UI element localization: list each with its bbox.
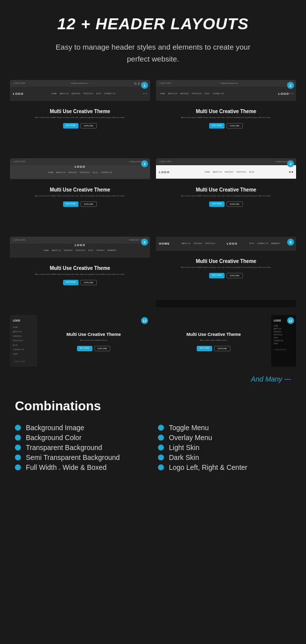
card-theme-sub-2: Acer is the most reliable theme we have …: [161, 116, 291, 119]
split-phone-12: +1 (345) 714 2813: [274, 349, 294, 351]
combo-label-light-skin: Light Skin: [169, 444, 199, 451]
card-header-inner-6: HOME ABOUT US SERVICES PORTFOLIO LOGO BL…: [159, 242, 293, 245]
split-menu-shop: SHOP: [274, 343, 294, 345]
nav-contact-5: CONTACT: [95, 250, 106, 252]
nav-contact-3: CONTACT US: [100, 172, 113, 174]
combinations-right-col: Toggle Menu Overlay Menu Light Skin Dark…: [158, 424, 291, 473]
card-icons-4: [289, 171, 293, 173]
nav-home-2: HOME: [159, 93, 166, 95]
combo-label-semi-transparent: Semi Transparent Background: [26, 453, 120, 461]
sidebar-body-13: Multi Use Creative Theme Acer is the mos…: [37, 315, 150, 367]
card-btn-explore-6[interactable]: EXPLORE: [227, 273, 243, 278]
layout-card-1[interactable]: +1 (345) 714 2813 info@yourcreativesite.…: [10, 80, 150, 150]
sidebar-menu-blog: BLOG: [13, 344, 34, 347]
combo-dot-light-skin: [158, 445, 164, 451]
card-btn-buy-3[interactable]: BUY NOW: [63, 201, 78, 207]
nav-blog-5: BLOG: [87, 250, 94, 252]
combo-item-toggle: Toggle Menu: [158, 424, 291, 432]
card-logo-4: LOGO: [159, 171, 170, 174]
split-menu-blog: BLOG: [274, 337, 294, 339]
combo-dot-semi-transparent: [15, 454, 21, 460]
card-btn-explore-13[interactable]: EXPLORE: [94, 346, 111, 351]
nav-about-4: ABOUT US: [212, 171, 223, 173]
combo-label-full-width: Full Width . Wide & Boxed: [26, 463, 107, 471]
split-menu-home: HOME: [274, 325, 294, 327]
card-topbar-3: +1 (345) 714 2813 info@yourcreativesite.…: [10, 158, 150, 165]
card-theme-title-2: Multi Use Creative Theme: [161, 109, 291, 114]
nav-members-5: MEMBERS: [106, 250, 117, 252]
combo-dot-bg-color: [15, 435, 21, 441]
card-nav-4: HOME ABOUT US SERVICES PORTFOLIO BLOG: [204, 171, 255, 173]
nav-portfolio-1: PORTFOLIO: [82, 93, 94, 95]
sidebar-menu-home: HOME: [13, 326, 34, 329]
nav-about-3: ABOUT US: [55, 172, 66, 174]
card-btn-explore-12[interactable]: EXPLORE: [214, 346, 230, 351]
grid-row-4: LOGO HOME ABOUT US SERVICES PORTFOLIO BL…: [10, 315, 296, 367]
nav-portfolio-5: PORTFOLIO: [75, 250, 86, 252]
combo-item-overlay: Overlay Menu: [158, 434, 291, 442]
card-theme-sub-4: Acer is the most reliable theme we have …: [161, 194, 291, 197]
card-theme-title-5: Multi Use Creative Theme: [15, 265, 145, 271]
combo-dot-full-width: [15, 464, 21, 470]
card-btn-buy-6[interactable]: BUY NOW: [209, 273, 225, 278]
card-topbar-phone-5: +1 (345) 714 2813: [13, 239, 25, 241]
card-topbar-2: +1 (345) 714 2813 info@yourcreativesite.…: [156, 80, 296, 87]
card-btn-explore-3[interactable]: EXPLORE: [80, 201, 97, 207]
card-btn-buy-12[interactable]: BUY NOW: [197, 346, 212, 351]
layout-card-5[interactable]: +1 (345) 714 2813 MY ACCOUNT CART ❤ LOGO…: [10, 237, 150, 307]
card-buttons-12: BUY NOW EXPLORE: [160, 346, 267, 351]
card-btn-explore-2[interactable]: EXPLORE: [227, 123, 243, 129]
nav-blog-3: BLOG: [92, 172, 99, 174]
card-theme-sub-3: Acer is the most reliable theme we have …: [15, 194, 145, 197]
card-btn-buy-1[interactable]: BUY NOW: [63, 123, 78, 129]
combo-item-light-skin: Light Skin: [158, 444, 291, 451]
combo-label-logo-pos: Logo Left, Right & Center: [169, 463, 247, 471]
card-header-inner-1: LOGO HOME ABOUT US SERVICES PORTFOLIO BL…: [13, 92, 147, 95]
combo-item-bg-color: Background Color: [15, 434, 148, 442]
layout-card-13[interactable]: LOGO HOME ABOUT US SERVICES PORTFOLIO BL…: [10, 315, 150, 367]
card-header-4: LOGO HOME ABOUT US SERVICES PORTFOLIO BL…: [156, 165, 296, 179]
layout-card-12[interactable]: Multi Use Creative Theme Acer is the mos…: [156, 315, 296, 367]
card-logo-center-6: LOGO: [227, 242, 238, 245]
nav-contact-2: CONTACT US: [212, 93, 225, 95]
card-buttons-2: BUY NOW EXPLORE: [161, 123, 291, 129]
header-section: 12 + HEADER LAYOUTS Easy to manage heade…: [10, 15, 296, 65]
card-btn-buy-4[interactable]: BUY NOW: [209, 201, 225, 207]
card-btn-explore-4[interactable]: EXPLORE: [227, 201, 243, 207]
layout-card-4[interactable]: +1 (345) 714 2813 info@yourcreativesite.…: [156, 158, 296, 229]
card-btn-buy-5[interactable]: BUY NOW: [63, 280, 78, 285]
nav-services-1: SERVICES: [71, 93, 81, 95]
card-topbar-4: +1 (345) 714 2813 info@yourcreativesite.…: [156, 158, 296, 165]
combo-item-logo-pos: Logo Left, Right & Center: [158, 463, 291, 471]
search-dot-2: [289, 93, 291, 94]
card-nav-right-6: BLOG CONTACT US MEMBERS: [248, 243, 281, 245]
nav-extra1-6: BLOG: [248, 243, 255, 245]
layout-card-3[interactable]: +1 (345) 714 2813 info@yourcreativesite.…: [10, 158, 150, 229]
nav-services-2: SERVICES: [179, 93, 190, 95]
card-btn-buy-13[interactable]: BUY NOW: [77, 346, 92, 351]
and-many-section: And Many ---: [10, 375, 296, 384]
sidebar-panel-13: LOGO HOME ABOUT US SERVICES PORTFOLIO BL…: [10, 315, 37, 367]
card-number-3: 3: [141, 160, 148, 167]
combinations-section: Combinations Background Image Background…: [10, 393, 296, 483]
grid-row-3: +1 (345) 714 2813 MY ACCOUNT CART ❤ LOGO…: [10, 237, 296, 307]
and-many-text: And Many ---: [251, 375, 291, 383]
main-title: 12 + HEADER LAYOUTS: [10, 15, 296, 33]
layout-card-6[interactable]: HOME ABOUT US SERVICES PORTFOLIO LOGO BL…: [156, 237, 296, 307]
card-body-1: Multi Use Creative Theme Acer is the mos…: [10, 101, 150, 150]
cart-dot-2: [292, 93, 293, 94]
sidebar-menu-services: SERVICES: [13, 335, 34, 338]
nav-blog-1: BLOG: [95, 93, 102, 95]
combinations-grid: Background Image Background Color Transp…: [15, 424, 291, 473]
search-dot-4: [289, 171, 291, 173]
combo-label-bg-image: Background Image: [26, 424, 84, 432]
layout-card-2[interactable]: +1 (345) 714 2813 info@yourcreativesite.…: [156, 80, 296, 150]
card-btn-explore-5[interactable]: EXPLORE: [80, 280, 97, 285]
nav-services-5: SERVICES: [63, 250, 74, 252]
split-main-12: Multi Use Creative Theme Acer is the mos…: [156, 315, 271, 367]
card-btn-explore-1[interactable]: EXPLORE: [80, 123, 97, 129]
card-theme-title-13: Multi Use Creative Theme: [41, 332, 146, 337]
card-theme-title-4: Multi Use Creative Theme: [161, 187, 291, 193]
card-btn-buy-2[interactable]: BUY NOW: [209, 123, 225, 129]
card-body-3: Multi Use Creative Theme Acer is the mos…: [10, 179, 150, 229]
